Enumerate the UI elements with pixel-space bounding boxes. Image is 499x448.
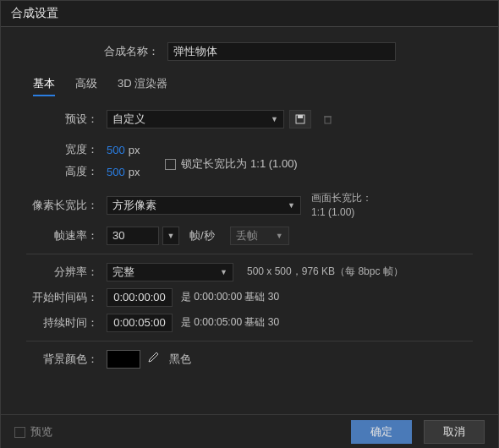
par-value: 方形像素	[112, 198, 156, 213]
preset-select[interactable]: 自定义 ▼	[107, 110, 284, 128]
resolution-info: 500 x 500，976 KB（每 8bpc 帧）	[247, 265, 403, 279]
bg-color-label: 背景颜色：	[26, 352, 107, 367]
start-time-input[interactable]	[107, 288, 173, 307]
chevron-down-icon: ▼	[276, 232, 283, 240]
width-unit: px	[129, 144, 140, 156]
height-unit: px	[129, 166, 140, 178]
cancel-button[interactable]: 取消	[424, 420, 485, 444]
height-value[interactable]: 500	[107, 166, 125, 178]
chevron-down-icon: ▼	[167, 232, 175, 240]
start-time-info: 是 0:00:00:00 基础 30	[181, 290, 279, 304]
preview-label: 预览	[30, 424, 52, 440]
bg-color-name: 黑色	[169, 352, 191, 367]
drop-frame-value: 丢帧	[236, 228, 258, 243]
tab-advanced[interactable]: 高级	[75, 76, 97, 96]
svg-rect-2	[325, 117, 331, 123]
tab-renderer[interactable]: 3D 渲染器	[118, 76, 167, 96]
resolution-value: 完整	[112, 265, 134, 280]
eyedropper-icon	[147, 352, 159, 363]
fps-unit: 帧/秒	[189, 228, 215, 243]
duration-input[interactable]	[107, 314, 173, 332]
composition-settings-dialog: 合成设置 合成名称： 基本 高级 3D 渲染器 预设： 自定义 ▼	[0, 0, 499, 448]
comp-name-input[interactable]	[167, 42, 396, 61]
lock-aspect-label: 锁定长宽比为 1:1 (1.00)	[181, 156, 297, 172]
chevron-down-icon: ▼	[271, 115, 278, 123]
svg-rect-1	[298, 115, 303, 118]
resolution-label: 分辨率：	[26, 265, 107, 280]
preview-toggle[interactable]: 预览	[14, 424, 52, 440]
width-value[interactable]: 500	[107, 144, 125, 156]
par-label: 像素长宽比：	[26, 198, 107, 213]
preview-checkbox[interactable]	[14, 427, 25, 438]
par-select[interactable]: 方形像素 ▼	[107, 196, 301, 215]
eyedropper-button[interactable]	[147, 352, 159, 366]
save-icon	[295, 114, 305, 124]
tabs: 基本 高级 3D 渲染器	[33, 76, 473, 96]
lock-aspect-checkbox[interactable]	[165, 159, 176, 170]
comp-name-label: 合成名称：	[104, 44, 167, 59]
dialog-title: 合成设置	[1, 1, 498, 27]
delete-preset-button[interactable]	[316, 110, 338, 128]
chevron-down-icon: ▼	[220, 268, 228, 276]
height-label: 高度：	[26, 164, 107, 179]
fps-input[interactable]: 30	[107, 227, 159, 245]
drop-frame-select: 丢帧 ▼	[230, 227, 289, 245]
preset-value: 自定义	[112, 112, 145, 127]
resolution-select[interactable]: 完整 ▼	[107, 263, 233, 281]
start-time-label: 开始时间码：	[26, 290, 107, 305]
duration-info: 是 0:00:05:00 基础 30	[181, 315, 279, 330]
save-preset-button[interactable]	[289, 110, 311, 128]
duration-label: 持续时间：	[26, 315, 107, 331]
width-label: 宽度：	[26, 142, 107, 157]
bg-color-swatch[interactable]	[107, 350, 140, 369]
fps-label: 帧速率：	[26, 228, 107, 243]
fps-dropdown-button[interactable]: ▼	[162, 227, 179, 245]
tab-basic[interactable]: 基本	[33, 76, 55, 96]
dialog-content: 合成名称： 基本 高级 3D 渲染器 预设： 自定义 ▼ 宽度：	[1, 27, 498, 414]
divider	[26, 341, 473, 341]
chevron-down-icon: ▼	[288, 201, 295, 210]
fps-value: 30	[112, 229, 124, 242]
preset-label: 预设：	[26, 112, 107, 127]
trash-icon	[323, 114, 332, 124]
ok-button[interactable]: 确定	[351, 420, 412, 444]
divider	[26, 254, 473, 254]
frame-aspect-info: 画面长宽比： 1:1 (1.00)	[311, 191, 372, 220]
dialog-footer: 预览 确定 取消	[1, 414, 498, 448]
